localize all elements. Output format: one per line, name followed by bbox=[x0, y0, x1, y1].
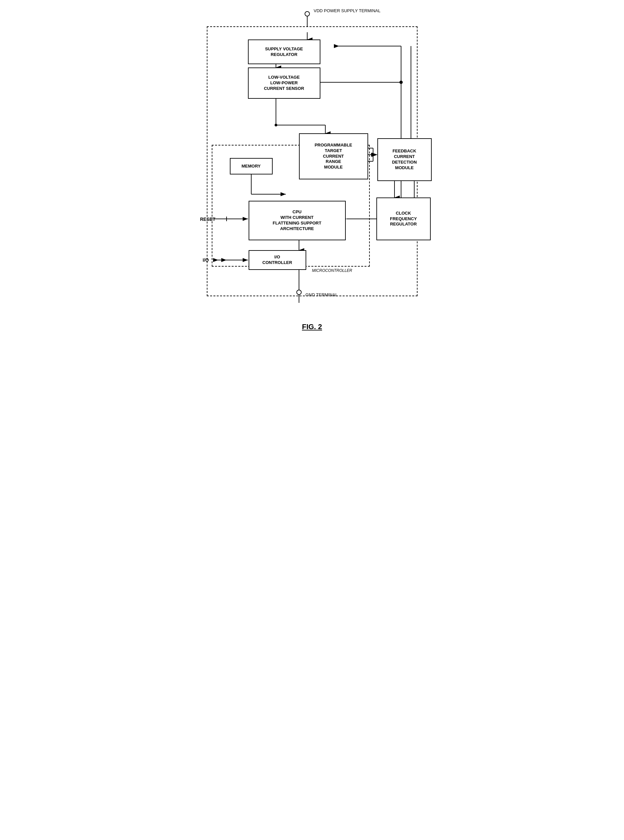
feedback-detection-block: FEEDBACKCURRENTDETECTIONMODULE bbox=[377, 138, 432, 181]
supply-voltage-label: SUPPLY VOLTAGE REGULATOR bbox=[265, 46, 303, 58]
low-voltage-sensor-block: LOW-VOLTAGELOW-POWERCURRENT SENSOR bbox=[248, 68, 320, 99]
programmable-target-label: PROGRAMMABLETARGETCURRENTRANGEMODULE bbox=[315, 143, 352, 170]
low-voltage-sensor-label: LOW-VOLTAGELOW-POWERCURRENT SENSOR bbox=[264, 75, 304, 91]
reset-label: RESET bbox=[200, 217, 216, 222]
figure-label: FIG. 2 bbox=[197, 322, 428, 331]
memory-block: MEMORY bbox=[230, 158, 273, 174]
supply-voltage-regulator-block: SUPPLY VOLTAGE REGULATOR bbox=[248, 40, 320, 64]
programmable-target-block: PROGRAMMABLETARGETCURRENTRANGEMODULE bbox=[299, 133, 368, 179]
io-controller-label: I/OCONTROLLER bbox=[263, 254, 292, 266]
feedback-detection-label: FEEDBACKCURRENTDETECTIONMODULE bbox=[392, 148, 417, 171]
cpu-block: CPUWITH CURRENTFLATTENING SUPPORTARCHITE… bbox=[249, 201, 346, 240]
cpu-label: CPUWITH CURRENTFLATTENING SUPPORTARCHITE… bbox=[273, 210, 321, 232]
clock-freq-label: CLOCKFREQUENCYREGULATOR bbox=[390, 211, 417, 227]
clock-freq-block: CLOCKFREQUENCYREGULATOR bbox=[376, 197, 431, 240]
gnd-label: GND TERMINAL bbox=[306, 292, 338, 297]
diagram-area: VDD POWER SUPPLY TERMINAL MICROCONTROLLE… bbox=[197, 6, 428, 319]
microcontroller-label: MICROCONTROLLER bbox=[312, 268, 352, 273]
io-label: I/O bbox=[203, 257, 209, 263]
vdd-terminal bbox=[304, 11, 310, 17]
gnd-terminal bbox=[297, 290, 302, 295]
memory-label: MEMORY bbox=[241, 163, 261, 169]
vdd-label: VDD POWER SUPPLY TERMINAL bbox=[314, 8, 381, 13]
io-controller-block: I/OCONTROLLER bbox=[249, 250, 306, 270]
